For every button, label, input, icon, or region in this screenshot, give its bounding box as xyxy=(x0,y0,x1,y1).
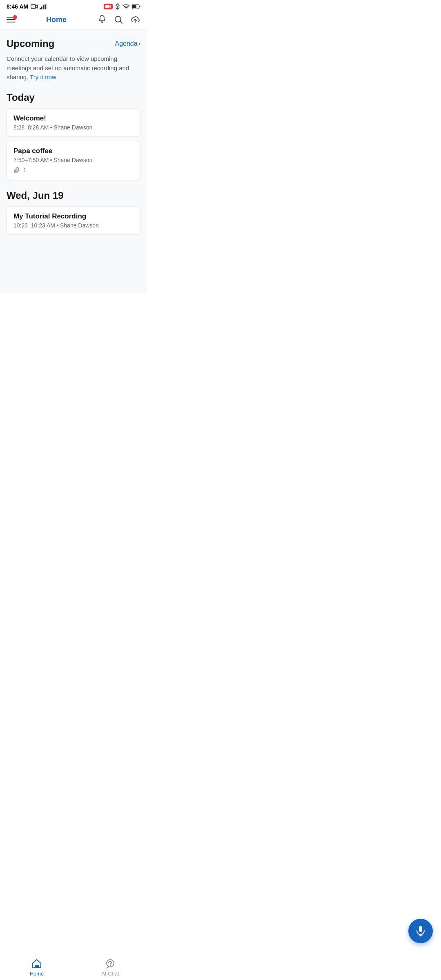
page-title: Home xyxy=(46,16,67,24)
signal-icon xyxy=(40,4,48,9)
today-header: Today xyxy=(7,92,140,103)
today-card-2-meta: 7:50–7:50 AM Shane Dawson xyxy=(13,157,134,163)
today-card-1-dot xyxy=(50,127,52,128)
notification-icon[interactable] xyxy=(97,15,107,24)
upcoming-title: Upcoming xyxy=(7,38,54,49)
wednesday-card-1-meta: 10:23–10:23 AM Shane Dawson xyxy=(13,222,134,229)
today-title: Today xyxy=(7,92,35,103)
battery-icon xyxy=(132,4,140,9)
agenda-label: Agenda xyxy=(115,40,138,47)
today-card-2-owner: Shane Dawson xyxy=(53,157,92,163)
status-bar: 8:46 AM xyxy=(0,0,147,11)
svg-rect-3 xyxy=(43,5,44,9)
svg-rect-0 xyxy=(31,4,36,9)
bluetooth-icon xyxy=(115,3,120,10)
status-icons-left xyxy=(31,4,48,9)
upcoming-header: Upcoming Agenda › xyxy=(7,38,140,49)
wednesday-title: Wed, Jun 19 xyxy=(7,190,64,201)
status-left: 8:46 AM xyxy=(7,3,48,10)
clip-icon xyxy=(13,167,21,174)
menu-button[interactable] xyxy=(7,17,16,22)
svg-rect-2 xyxy=(41,7,42,9)
agenda-link[interactable]: Agenda › xyxy=(115,40,141,47)
try-it-now-link[interactable]: Try it now xyxy=(30,74,56,80)
svg-rect-1 xyxy=(40,8,41,9)
svg-rect-9 xyxy=(133,5,136,8)
rec-badge xyxy=(104,4,113,9)
svg-rect-4 xyxy=(45,4,46,9)
status-time: 8:46 AM xyxy=(7,3,28,10)
try-it-now-label: Try it now xyxy=(30,74,56,80)
wifi-icon xyxy=(122,4,130,9)
today-card-2-footer: 1 xyxy=(13,167,134,174)
upcoming-description: Connect your calendar to view upcoming m… xyxy=(7,54,140,82)
wednesday-header: Wed, Jun 19 xyxy=(7,190,140,201)
wednesday-section: Wed, Jun 19 My Tutorial Recording 10:23–… xyxy=(7,190,140,235)
wednesday-card-1-dot xyxy=(57,225,58,226)
wednesday-card-1[interactable]: My Tutorial Recording 10:23–10:23 AM Sha… xyxy=(7,206,140,235)
upcoming-desc-text: Connect your calendar to view upcoming m… xyxy=(7,55,129,80)
today-card-1-owner: Shane Dawson xyxy=(53,124,92,131)
today-card-1-title: Welcome! xyxy=(13,114,134,122)
menu-badge xyxy=(13,15,17,19)
today-card-2[interactable]: Papa coffee 7:50–7:50 AM Shane Dawson 1 xyxy=(7,141,140,180)
wednesday-card-1-owner: Shane Dawson xyxy=(60,222,99,229)
status-right xyxy=(104,3,140,10)
today-card-2-clips: 1 xyxy=(23,167,27,174)
upload-icon[interactable] xyxy=(130,15,140,24)
today-section: Today Welcome! 8:28–8:28 AM Shane Dawson… xyxy=(7,92,140,180)
svg-rect-10 xyxy=(139,6,140,8)
today-card-2-title: Papa coffee xyxy=(13,147,134,155)
today-card-1-meta: 8:28–8:28 AM Shane Dawson xyxy=(13,124,134,131)
nav-actions xyxy=(97,15,140,24)
svg-rect-5 xyxy=(46,4,47,9)
upcoming-section: Upcoming Agenda › Connect your calendar … xyxy=(7,38,140,82)
wednesday-card-1-time: 10:23–10:23 AM xyxy=(13,222,55,229)
search-icon[interactable] xyxy=(114,15,123,24)
svg-rect-6 xyxy=(105,5,109,8)
today-card-1-time: 8:28–8:28 AM xyxy=(13,124,49,131)
top-nav: Home xyxy=(0,11,147,30)
main-content: Upcoming Agenda › Connect your calendar … xyxy=(0,30,147,294)
svg-point-7 xyxy=(126,9,127,9)
wednesday-card-1-title: My Tutorial Recording xyxy=(13,212,134,220)
agenda-chevron: › xyxy=(138,40,140,47)
video-icon xyxy=(31,4,38,9)
today-card-2-time: 7:50–7:50 AM xyxy=(13,157,49,163)
today-card-1[interactable]: Welcome! 8:28–8:28 AM Shane Dawson xyxy=(7,108,140,137)
today-card-2-dot xyxy=(50,159,52,161)
rec-camera-icon xyxy=(105,4,111,9)
